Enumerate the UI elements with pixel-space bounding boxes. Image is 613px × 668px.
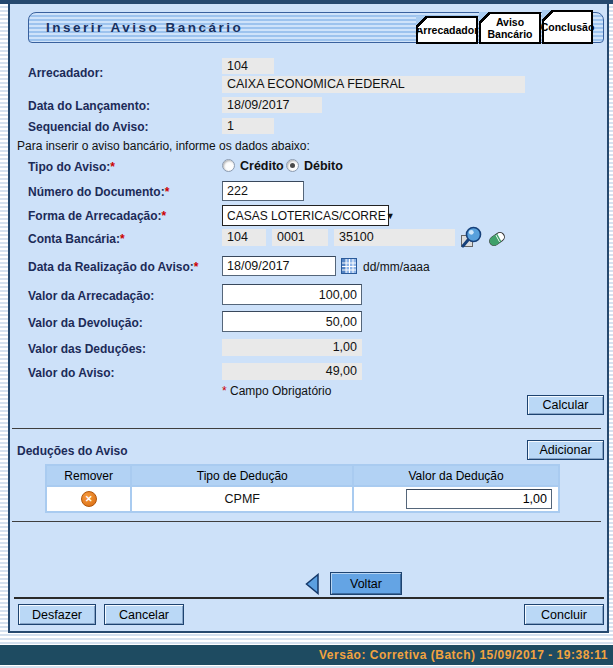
calcular-button[interactable]: Calcular (527, 395, 604, 415)
date-format-hint: dd/mm/aaaa (363, 260, 430, 274)
required-note: * Campo Obrigatório (222, 384, 331, 398)
radio-credito-label[interactable]: Crédito (240, 159, 284, 173)
valor-arrecadacao-label: Valor da Arrecadação: (28, 289, 154, 303)
valor-deducoes-label: Valor das Deduções: (28, 342, 146, 356)
back-arrow-icon[interactable] (304, 573, 320, 595)
tab-conclusao-label: Conclusão (541, 21, 595, 33)
radio-debito[interactable] (286, 159, 299, 172)
conta-banco-field: 104 (222, 229, 266, 246)
arrecadador-name-field: CAIXA ECONOMICA FEDERAL (222, 76, 525, 93)
data-lancamento-field: 18/09/2017 (222, 97, 322, 113)
concluir-button[interactable]: Concluir (524, 604, 604, 625)
numero-documento-label: Número do Documento:* (28, 185, 169, 199)
forma-arrecadacao-select[interactable]: CASAS LOTERICAS/CORRE ▼ (222, 205, 389, 226)
data-realizacao-label: Data da Realização do Aviso:* (28, 260, 199, 274)
table-row: ✕ CPMF (47, 487, 558, 511)
valor-arrecadacao-input[interactable] (222, 284, 362, 305)
radio-credito[interactable] (222, 159, 235, 172)
version-statusbar: Versão: Corretiva (Batch) 15/09/2017 - 1… (0, 645, 613, 665)
adicionar-button[interactable]: Adicionar (527, 440, 604, 460)
deducoes-table: Remover Tipo de Dedução Valor da Dedução… (45, 464, 560, 513)
deducoes-title: Deduções do Aviso (17, 444, 127, 458)
tab-aviso-bancario[interactable]: Aviso Bancário (479, 12, 541, 44)
col-valor-deducao: Valor da Dedução (354, 466, 558, 485)
conta-bancaria-label: Conta Bancária:* (28, 232, 125, 246)
tipo-aviso-label: Tipo do Aviso:* (28, 160, 115, 174)
chevron-down-icon: ▼ (386, 211, 395, 221)
forma-arrecadacao-label: Forma de Arrecadação:* (28, 209, 166, 223)
conta-agencia-field: 0001 (272, 229, 328, 246)
remover-cell: ✕ (47, 487, 130, 511)
valor-deducao-cell (354, 487, 558, 511)
arrecadador-code-field: 104 (222, 58, 274, 74)
divider (12, 521, 601, 522)
valor-deducoes-field: 1,00 (222, 339, 362, 356)
valor-devolucao-label: Valor da Devolução: (28, 316, 143, 330)
calendar-icon[interactable] (341, 258, 357, 274)
forma-arrecadacao-value: CASAS LOTERICAS/CORRE (227, 209, 386, 223)
valor-deducao-input[interactable] (406, 489, 552, 509)
search-icon[interactable] (459, 226, 483, 250)
tab-arrecadador[interactable]: Arrecadador (416, 16, 478, 44)
sequencial-aviso-field: 1 (222, 118, 274, 134)
remove-icon[interactable]: ✕ (81, 491, 97, 507)
radio-debito-label[interactable]: Débito (304, 159, 343, 173)
arrecadador-label: Arrecadador: (28, 66, 103, 80)
page: Inserir Aviso Bancário Arrecadador Aviso… (0, 0, 613, 668)
sequencial-aviso-label: Sequencial do Aviso: (28, 120, 148, 134)
cancelar-button[interactable]: Cancelar (104, 604, 184, 625)
data-lancamento-label: Data do Lançamento: (28, 99, 150, 113)
tab-conclusao[interactable]: Conclusão (542, 10, 593, 44)
valor-aviso-field: 49,00 (222, 363, 362, 380)
col-tipo-deducao: Tipo de Dedução (132, 466, 352, 485)
divider (12, 428, 601, 429)
valor-aviso-label: Valor do Aviso: (28, 366, 114, 380)
tab-aviso-bancario-label: Aviso Bancário (481, 16, 539, 40)
tab-arrecadador-label: Arrecadador (416, 24, 478, 36)
valor-devolucao-input[interactable] (222, 311, 362, 332)
conta-numero-field: 35100 (334, 229, 455, 246)
voltar-button[interactable]: Voltar (330, 572, 402, 595)
eraser-icon[interactable] (486, 228, 508, 250)
divider (14, 597, 604, 599)
data-realizacao-input[interactable] (222, 256, 336, 276)
numero-documento-input[interactable] (222, 181, 304, 201)
instruction-text: Para inserir o aviso bancário, informe o… (17, 139, 310, 153)
tipo-deducao-cell: CPMF (132, 487, 352, 511)
desfazer-button[interactable]: Desfazer (18, 604, 96, 625)
table-header-row: Remover Tipo de Dedução Valor da Dedução (47, 466, 558, 485)
col-remover: Remover (47, 466, 130, 485)
